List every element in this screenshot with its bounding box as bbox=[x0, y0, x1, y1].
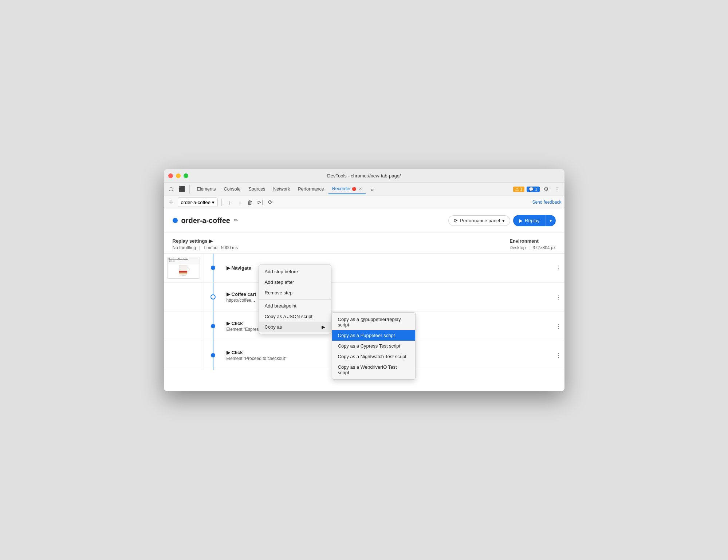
step-row: Espresso Macchiato$13.96 COFFEE bbox=[164, 254, 564, 283]
send-feedback-link[interactable]: Send feedback bbox=[532, 200, 561, 205]
replay-dropdown-button[interactable]: ▾ bbox=[546, 215, 556, 226]
step-menu-button[interactable]: ⋮ bbox=[554, 312, 564, 341]
step-preview: Espresso Macchiato$13.96 COFFEE bbox=[164, 254, 204, 282]
step-expand-icon: ▶ bbox=[227, 321, 230, 326]
context-menu: Add step before Add step after Remove st… bbox=[259, 265, 331, 334]
tabs-right-actions: ⚠ 1 💬 1 ⚙ ⋮ bbox=[513, 185, 561, 193]
traffic-lights bbox=[168, 173, 188, 178]
import-button[interactable]: ↓ bbox=[236, 198, 244, 207]
timeout-label: Timeout: 5000 ms bbox=[203, 245, 238, 250]
recording-actions: ⟳ Performance panel ▾ ▶ Replay ▾ bbox=[448, 215, 555, 226]
message-badge[interactable]: 💬 1 bbox=[527, 187, 539, 192]
tab-elements[interactable]: Elements bbox=[193, 184, 220, 194]
step-expand-icon: ▶ bbox=[227, 291, 230, 297]
ctx-add-breakpoint[interactable]: Add breakpoint bbox=[259, 301, 331, 311]
title-bar: DevTools - chrome://new-tab-page/ bbox=[164, 169, 564, 183]
play-step-button[interactable]: ⊳| bbox=[256, 198, 265, 207]
environment-title: Environment bbox=[509, 238, 555, 244]
ctx-add-step-after[interactable]: Add step after bbox=[259, 277, 331, 287]
close-button[interactable] bbox=[168, 173, 173, 178]
recording-header: order-a-coffee ✏ ⟳ Performance panel ▾ ▶… bbox=[164, 209, 564, 232]
ctx-remove-step[interactable]: Remove step bbox=[259, 287, 331, 298]
slow-replay-button[interactable]: ⟳ bbox=[266, 198, 275, 207]
timeline-dot bbox=[211, 324, 215, 328]
minimize-button[interactable] bbox=[176, 173, 181, 178]
recording-selector[interactable]: order-a-coffee ▾ bbox=[178, 197, 218, 207]
tab-recorder[interactable]: Recorder 🔴 ✕ bbox=[328, 184, 366, 194]
recording-status-dot bbox=[173, 218, 178, 223]
add-recording-button[interactable]: + bbox=[167, 198, 176, 207]
tab-close-icon[interactable]: ✕ bbox=[359, 187, 362, 191]
ctx-separator-1 bbox=[259, 299, 331, 299]
recording-name-label: order-a-coffee bbox=[181, 200, 210, 205]
tab-console[interactable]: Console bbox=[220, 184, 244, 194]
export-button[interactable]: ↑ bbox=[225, 198, 234, 207]
tab-performance[interactable]: Performance bbox=[294, 184, 328, 194]
delete-button[interactable]: 🗑 bbox=[246, 198, 255, 207]
settings-section: Replay settings ▶ No throttling | Timeou… bbox=[164, 232, 564, 254]
replay-play-icon: ▶ bbox=[519, 218, 523, 223]
timeline-dot bbox=[211, 266, 215, 270]
message-count: 1 bbox=[535, 187, 537, 191]
step-expand-icon: ▶ bbox=[227, 350, 230, 355]
cursor-icon[interactable]: ⬡ bbox=[167, 185, 176, 193]
tab-sources[interactable]: Sources bbox=[245, 184, 269, 194]
warning-badge[interactable]: ⚠ 1 bbox=[513, 187, 524, 192]
tab-network[interactable]: Network bbox=[269, 184, 294, 194]
recording-title-area: order-a-coffee ✏ bbox=[173, 216, 449, 225]
replay-button[interactable]: ▶ Replay bbox=[513, 215, 545, 226]
toolbar-separator bbox=[221, 199, 222, 206]
step-menu-button[interactable]: ⋮ bbox=[554, 283, 564, 312]
step-menu-button[interactable]: ⋮ bbox=[554, 341, 564, 370]
step-preview-empty bbox=[164, 341, 204, 370]
steps-area: Espresso Macchiato$13.96 COFFEE bbox=[164, 254, 564, 370]
step-expand-icon: ▶ bbox=[227, 265, 230, 271]
perf-panel-chevron-icon: ▾ bbox=[502, 218, 505, 223]
step-menu-button[interactable]: ⋮ bbox=[554, 254, 564, 282]
devtools-tabs-bar: ⬡ ⬛ Elements Console Sources Network Per… bbox=[164, 183, 564, 196]
more-options-dots-icon: ⋮ bbox=[556, 352, 562, 359]
maximize-button[interactable] bbox=[184, 173, 188, 178]
settings-chevron-icon: ▶ bbox=[209, 238, 213, 244]
replay-settings-title[interactable]: Replay settings ▶ bbox=[173, 238, 495, 244]
window-title: DevTools - chrome://new-tab-page/ bbox=[327, 173, 401, 179]
ctx-copy-as[interactable]: Copy as ▶ bbox=[259, 322, 331, 332]
replay-button-group: ▶ Replay ▾ bbox=[513, 215, 555, 226]
timeline-dot bbox=[211, 353, 215, 357]
preview-header-text: Espresso Macchiato$13.96 bbox=[168, 257, 200, 263]
dimensions-label: 372×804 px bbox=[532, 245, 555, 250]
performance-panel-button[interactable]: ⟳ Performance panel ▾ bbox=[448, 215, 510, 226]
ctx-add-step-before[interactable]: Add step before bbox=[259, 266, 331, 277]
ctx-submenu-arrow-icon: ▶ bbox=[322, 324, 325, 330]
step-timeline bbox=[204, 312, 222, 341]
recorder-toolbar: + order-a-coffee ▾ ↑ ↓ 🗑 ⊳| ⟳ Send feedb… bbox=[164, 196, 564, 209]
step-timeline bbox=[204, 341, 222, 370]
submenu-puppeteer-replay[interactable]: Copy as a @puppeteer/replay script bbox=[332, 314, 415, 330]
timeline-dot-outline bbox=[210, 294, 216, 299]
devtools-tab-icons: ⬡ ⬛ bbox=[167, 185, 190, 193]
screenshot-thumbnail: Espresso Macchiato$13.96 COFFEE bbox=[167, 257, 200, 279]
edit-recording-icon[interactable]: ✏ bbox=[234, 217, 239, 224]
submenu-puppeteer-script[interactable]: Copy as a Puppeteer script bbox=[332, 330, 415, 341]
submenu-cypress[interactable]: Copy as a Cypress Test script bbox=[332, 341, 415, 351]
submenu-webdriverio[interactable]: Copy as a WebdriverIO Test script bbox=[332, 362, 415, 378]
replay-dropdown-icon: ▾ bbox=[550, 218, 552, 223]
more-options-icon[interactable]: ⋮ bbox=[553, 185, 562, 193]
warning-icon: ⚠ bbox=[515, 187, 519, 192]
settings-icon[interactable]: ⚙ bbox=[542, 185, 551, 193]
submenu-nightwatch[interactable]: Copy as a Nightwatch Test script bbox=[332, 351, 415, 362]
step-timeline bbox=[204, 254, 222, 282]
devtools-window: DevTools - chrome://new-tab-page/ ⬡ ⬛ El… bbox=[164, 169, 564, 391]
environment-detail: Desktop | 372×804 px bbox=[509, 245, 555, 250]
environment-settings: Environment Desktop | 372×804 px bbox=[509, 238, 555, 250]
more-tabs-icon[interactable]: » bbox=[368, 185, 377, 193]
message-icon: 💬 bbox=[529, 187, 534, 192]
svg-text:COFFEE: COFFEE bbox=[180, 275, 186, 277]
ctx-copy-json[interactable]: Copy as a JSON script bbox=[259, 311, 331, 322]
step-preview-empty bbox=[164, 283, 204, 312]
env-separator: | bbox=[528, 245, 530, 250]
perf-panel-icon: ⟳ bbox=[454, 218, 458, 223]
dock-icon[interactable]: ⬛ bbox=[178, 185, 186, 193]
replay-settings-detail: No throttling | Timeout: 5000 ms bbox=[173, 245, 495, 250]
toolbar-action-buttons: ↑ ↓ 🗑 ⊳| ⟳ bbox=[225, 198, 275, 207]
